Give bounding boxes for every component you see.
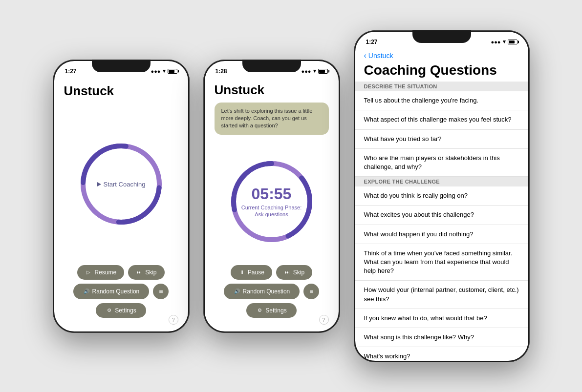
signal-icon-1: ●●● [151,68,161,74]
speaker-icon-2: 🔊 [234,288,240,295]
status-icons-1: ●●● ▾ [151,68,177,74]
battery-icon-3 [508,40,517,44]
resume-icon: ▷ [85,269,92,276]
notch-3 [412,30,471,43]
phone-2: 1:28 ●●● ▾ Unstuck Let's shift to explor… [203,60,340,333]
battery-icon-2 [318,69,328,74]
btn-row-p2-1: ⏸ Pause ⏭ Skip [231,265,312,280]
back-navigation[interactable]: ‹ Unstuck [355,49,528,63]
questions-list: DESCRIBE THE SITUATIONTell us about the … [355,82,528,360]
signal-icon-2: ●●● [302,68,311,74]
help-button-2[interactable]: ? [319,315,329,325]
timer-center: 05:55 Current Coaching Phase: Ask questi… [241,185,302,218]
question-item-1-3[interactable]: Think of a time when you've faced someth… [355,244,528,281]
status-icons-2: ●●● ▾ [302,68,328,74]
play-icon-1 [97,182,101,186]
timer-phase: Current Coaching Phase: Ask questions [241,204,302,218]
question-item-1-1[interactable]: What excites you about this challenge? [355,206,528,225]
battery-icon-1 [168,69,177,74]
phone2-content: Unstuck Let's shift to exploring this is… [205,79,339,331]
skip-icon-2: ⏭ [284,269,291,276]
back-label: Unstuck [368,52,393,60]
gear-icon-2: ⚙ [256,307,263,314]
timer-ring-1: Start Coaching [77,140,165,228]
btn-row-3: ⚙ Settings [96,303,146,318]
question-item-0-3[interactable]: Who are the main players or stakeholders… [355,149,528,177]
back-chevron-icon: ‹ [364,51,366,60]
status-icons-3: ●●● ▾ [491,39,517,45]
start-coaching-label[interactable]: Start Coaching [97,181,146,188]
signal-icon-3: ●●● [491,39,501,45]
wifi-icon-3: ▾ [503,39,506,45]
question-item-1-5[interactable]: If you knew what to do, what would that … [355,309,528,328]
settings-button-2[interactable]: ⚙ Settings [246,303,296,318]
gear-icon-1: ⚙ [106,307,112,314]
status-time-1: 1:27 [65,68,77,75]
random-question-button-1[interactable]: 🔊 Random Question [73,284,150,299]
section-header-1: EXPLORE THE CHALLENGE [355,177,528,186]
question-item-1-7[interactable]: What's working? [355,347,528,360]
question-item-1-4[interactable]: How would your (internal partner, custom… [355,281,528,309]
wifi-icon-1: ▾ [163,68,166,74]
pause-button[interactable]: ⏸ Pause [231,265,272,280]
timer-ring-2: 05:55 Current Coaching Phase: Ask questi… [228,158,316,246]
list-button-1[interactable]: ≡ [153,284,169,299]
wifi-icon-2: ▾ [313,68,316,74]
notch-2 [242,60,301,72]
btn-row-1: ▷ Resume ⏭ Skip [77,265,164,280]
random-question-button-2[interactable]: 🔊 Random Question [224,284,300,299]
resume-button[interactable]: ▷ Resume [77,265,124,280]
page-title: Coaching Questions [355,63,528,82]
section-header-0: DESCRIBE THE SITUATION [355,82,528,91]
btn-row-p2-3: ⚙ Settings [246,303,296,318]
timer-display: 05:55 [252,185,292,203]
btn-row-p2-2: 🔊 Random Question ≡ [224,284,320,299]
skip-button-1[interactable]: ⏭ Skip [128,265,164,280]
phone-1: 1:27 ●●● ▾ Unstuck [53,60,190,333]
help-button-1[interactable]: ? [169,315,178,325]
chat-bubble: Let's shift to exploring this issue a li… [215,103,329,135]
status-time-2: 1:28 [216,68,227,75]
question-item-0-0[interactable]: Tell us about the challenge you're facin… [355,91,528,110]
question-item-1-2[interactable]: What would happen if you did nothing? [355,225,528,244]
list-button-2[interactable]: ≡ [303,284,319,299]
phone-3: 1:27 ●●● ▾ ‹ Unstuck Coaching Questions … [354,30,530,362]
circle-container-1: Start Coaching [64,103,178,265]
notch-1 [92,60,151,72]
btn-row-2: 🔊 Random Question ≡ [73,284,169,299]
speaker-icon-1: 🔊 [83,288,90,295]
app-title-1: Unstuck [64,83,114,99]
question-item-0-2[interactable]: What have you tried so far? [355,130,528,149]
app-title-2: Unstuck [215,83,265,98]
question-item-0-1[interactable]: What aspect of this challenge makes you … [355,110,528,129]
skip-icon-1: ⏭ [136,269,143,276]
pause-icon: ⏸ [238,269,245,276]
skip-button-2[interactable]: ⏭ Skip [276,265,312,280]
phone1-content: Unstuck Start Coaching [54,79,188,331]
question-item-1-0[interactable]: What do you think is really going on? [355,186,528,206]
circle-container-2: 05:55 Current Coaching Phase: Ask questi… [215,139,329,265]
status-time-3: 1:27 [366,39,378,45]
question-item-1-6[interactable]: What song is this challenge like? Why? [355,328,528,347]
settings-button-1[interactable]: ⚙ Settings [96,303,146,318]
